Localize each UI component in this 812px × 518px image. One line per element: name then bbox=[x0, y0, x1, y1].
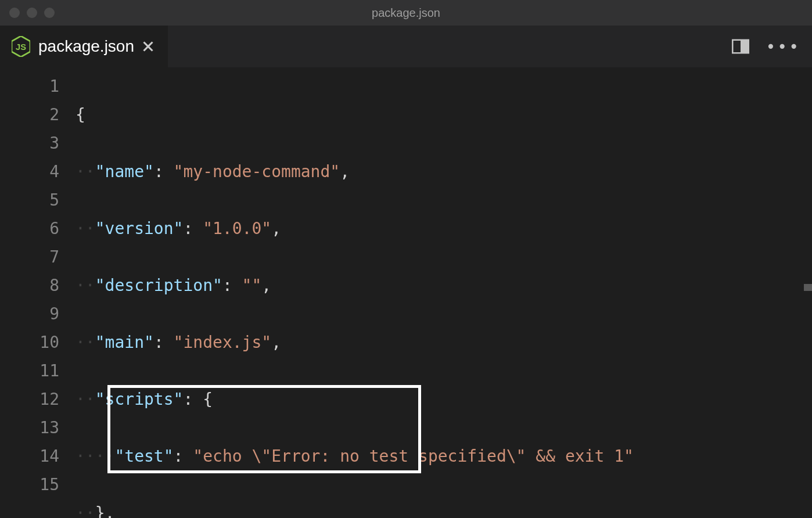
window-title: package.json bbox=[372, 6, 440, 20]
code-line[interactable]: ··"scripts": { bbox=[76, 385, 812, 413]
code-line[interactable]: ··}, bbox=[76, 499, 812, 518]
line-number: 5 bbox=[0, 186, 59, 214]
scrollbar-marker bbox=[804, 284, 812, 291]
line-number: 11 bbox=[0, 357, 59, 385]
line-number: 15 bbox=[0, 470, 59, 499]
nodejs-icon: JS bbox=[12, 36, 30, 57]
close-tab-icon[interactable] bbox=[142, 41, 154, 52]
line-number: 3 bbox=[0, 129, 59, 157]
line-numbers-gutter: 1 2 3 4 5 6 7 8 9 10 11 12 13 14 15 bbox=[0, 72, 76, 518]
line-number: 1 bbox=[0, 72, 59, 100]
code-editor[interactable]: 1 2 3 4 5 6 7 8 9 10 11 12 13 14 15 { ··… bbox=[0, 67, 812, 518]
code-line[interactable]: ··"main": "index.js", bbox=[76, 328, 812, 357]
tab-title: package.json bbox=[38, 37, 134, 56]
traffic-lights bbox=[9, 8, 55, 18]
line-number: 7 bbox=[0, 243, 59, 271]
tab-actions: ••• bbox=[732, 37, 800, 56]
code-content[interactable]: { ··"name": "my-node-command", ··"versio… bbox=[76, 72, 812, 518]
tab-package-json[interactable]: JS package.json bbox=[0, 26, 168, 67]
line-number: 12 bbox=[0, 385, 59, 413]
code-line[interactable]: ··"description": "", bbox=[76, 271, 812, 300]
line-number: 10 bbox=[0, 328, 59, 357]
maximize-window-button[interactable] bbox=[44, 8, 55, 18]
close-window-button[interactable] bbox=[9, 8, 20, 18]
line-number: 14 bbox=[0, 442, 59, 470]
tab-bar: JS package.json ••• bbox=[0, 26, 812, 67]
more-actions-icon[interactable]: ••• bbox=[766, 37, 800, 56]
code-line[interactable]: ··"version": "1.0.0", bbox=[76, 214, 812, 243]
code-line[interactable]: ····"test": "echo \"Error: no test speci… bbox=[76, 442, 812, 470]
line-number: 4 bbox=[0, 157, 59, 186]
line-number: 13 bbox=[0, 413, 59, 442]
window-titlebar: package.json bbox=[0, 0, 812, 26]
line-number: 2 bbox=[0, 100, 59, 129]
minimize-window-button[interactable] bbox=[27, 8, 37, 18]
line-number: 6 bbox=[0, 214, 59, 243]
split-editor-icon[interactable] bbox=[732, 38, 749, 55]
svg-rect-2 bbox=[741, 40, 749, 53]
line-number: 8 bbox=[0, 271, 59, 300]
svg-text:JS: JS bbox=[16, 42, 26, 52]
line-number: 9 bbox=[0, 300, 59, 328]
code-line[interactable]: ··"name": "my-node-command", bbox=[76, 157, 812, 186]
code-line[interactable]: { bbox=[76, 100, 812, 129]
